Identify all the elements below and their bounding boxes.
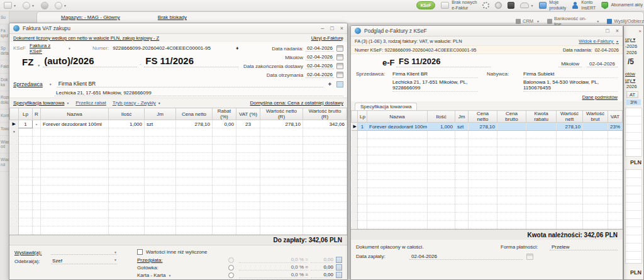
default-price-link[interactable]: Domyślna cena: Cena z ostatniej dostawy: [250, 100, 343, 106]
item-price-netto[interactable]: 278,10: [176, 120, 213, 128]
calculator-icon[interactable]: [336, 264, 342, 271]
date-field[interactable]: 02-04-2026: [306, 63, 334, 69]
mail-button[interactable]: ▼: [23, 2, 35, 9]
issued-by-label[interactable]: Wystawił(a):: [14, 250, 47, 255]
sidebar-module-item[interactable]: Dok ka: [0, 74, 9, 92]
other-values-checkbox[interactable]: [137, 249, 143, 255]
empty-table-row[interactable]: [10, 153, 347, 161]
item-value-brutto[interactable]: [583, 123, 608, 131]
item-rabat[interactable]: 0,00: [213, 120, 236, 128]
table-header-row[interactable]: Lp R Nazwa Ilość Jm Cena netto Rabat (%)…: [10, 108, 347, 120]
entities-link-fragment[interactable]: otów: [625, 71, 635, 77]
view-link-fragment[interactable]: ury ▾: [625, 77, 635, 83]
empty-table-row[interactable]: [10, 210, 347, 218]
cube-icon[interactable]: [508, 2, 514, 9]
tab-specyfikacja-towarowa[interactable]: Specyfikacja towarowa: [355, 103, 417, 110]
item-name[interactable]: Forever dezodorant 100ml: [41, 120, 109, 128]
calendar-icon[interactable]: [336, 45, 343, 52]
calendar-icon[interactable]: [336, 63, 343, 69]
column-header[interactable]: Nazwa: [367, 111, 428, 123]
source-number-field[interactable]: FS 11/2026: [144, 55, 238, 67]
prepayment-pct[interactable]: 0,0 % =: [239, 257, 308, 263]
doc-number-field[interactable]: (auto)/2026: [43, 55, 137, 67]
column-header[interactable]: R: [33, 108, 41, 120]
close-button[interactable]: ×: [616, 28, 619, 34]
item-row[interactable]: ▶ 1 ▪ Forever dezodorant 100ml 1,000 szt…: [10, 120, 347, 128]
recalc-rabat-link[interactable]: Przelicz rabat: [75, 100, 106, 106]
calendar-icon[interactable]: [336, 72, 343, 78]
empty-table-row[interactable]: [10, 218, 347, 227]
empty-table-row[interactable]: [10, 177, 347, 186]
calendar-icon[interactable]: [336, 54, 343, 60]
background-window[interactable]: × ury ▾ -2026 2026 /5 otów ury ▾ 2026 AT…: [623, 25, 644, 280]
column-header[interactable]: VAT: [608, 111, 623, 123]
empty-table-row[interactable]: [10, 227, 347, 235]
my-products-button[interactable]: Mojeprodukty: [539, 0, 566, 10]
globe-icon[interactable]: [495, 2, 502, 9]
calculator-icon[interactable]: [336, 272, 342, 278]
sidebar-module-item[interactable]: Wiad od: [0, 136, 9, 154]
maximize-button[interactable]: □: [330, 25, 333, 31]
item-value-netto[interactable]: 278,10: [260, 120, 303, 128]
row-detail-icon[interactable]: ▪: [33, 120, 41, 128]
card-amount[interactable]: 0,00: [311, 272, 333, 278]
close-button[interactable]: ×: [340, 25, 343, 31]
minimize-button[interactable]: –: [321, 25, 324, 31]
new-item-row[interactable]: *: [10, 128, 347, 137]
work-mode-link[interactable]: Tryb pracy - Zwykły: [113, 100, 156, 106]
empty-table-row[interactable]: [10, 137, 347, 145]
document-type-link[interactable]: Dokument liczony według cen netto w walu…: [13, 35, 159, 41]
card-pct[interactable]: 0,0 % =: [239, 272, 308, 278]
empty-table-row[interactable]: [10, 161, 347, 169]
cash-amount[interactable]: 0,00: [311, 264, 333, 271]
empty-table-row[interactable]: [352, 196, 623, 204]
column-header[interactable]: Cena netto: [469, 111, 497, 123]
sidebar-module-item[interactable]: Sp deta: [0, 42, 9, 60]
prepayment-label[interactable]: Przedpłata:: [137, 257, 228, 263]
send-document-button[interactable]: ▼: [4, 2, 16, 9]
column-header[interactable]: Ilość: [109, 108, 145, 120]
card-label[interactable]: Karta - Karta ▼: [137, 272, 228, 278]
no-new-einvoices-button[interactable]: Brak nowyche-Faktur: [441, 0, 477, 10]
empty-table-row[interactable]: [352, 188, 623, 196]
seller-name-field[interactable]: Firma Klient BR: [57, 81, 323, 87]
item-vat[interactable]: 23: [236, 120, 260, 128]
doc-type-selector[interactable]: FZ: [22, 57, 33, 67]
window-titlebar[interactable]: Faktura VAT zakupu – □ ×: [9, 23, 347, 34]
item-value-brutto[interactable]: 342,06: [303, 120, 347, 128]
sidebar-module-item[interactable]: Wiad rol: [0, 154, 9, 172]
ksef-badge[interactable]: KSeF: [416, 1, 436, 9]
empty-table-row[interactable]: [352, 164, 623, 172]
seller-selector[interactable]: Sprzedawca: [13, 81, 43, 87]
cash-radio[interactable]: [228, 265, 234, 271]
column-header[interactable]: Lp: [19, 108, 33, 120]
item-price-brutto[interactable]: [497, 123, 526, 131]
column-header[interactable]: Kwota rabatu: [526, 111, 557, 123]
card-radio[interactable]: [228, 272, 234, 278]
add-contractor-icon[interactable]: +: [328, 81, 331, 87]
column-header[interactable]: VAT (%): [236, 108, 260, 120]
column-header[interactable]: Ilość: [428, 111, 455, 123]
column-header[interactable]: Jm: [455, 111, 469, 123]
column-header[interactable]: Wartość nett: [557, 111, 583, 123]
empty-table-row[interactable]: [10, 202, 347, 210]
empty-table-row[interactable]: [10, 186, 347, 194]
hide-einvoice-link[interactable]: Ukryj e-Fakturę: [311, 35, 343, 41]
column-header[interactable]: Cena netto: [176, 108, 213, 120]
help-button[interactable]: ▼: [55, 2, 67, 9]
sidebar-module-item[interactable]: Kont: [0, 109, 9, 123]
item-vat[interactable]: 23%: [608, 123, 623, 131]
item-value-netto[interactable]: 278,10: [557, 123, 583, 131]
sidebar-module-item[interactable]: Su: [0, 11, 9, 25]
seller-address-field[interactable]: Lechicka 21, 17-651 Mikołów, 9228666099: [55, 90, 343, 96]
item-qty[interactable]: 1,000: [428, 123, 455, 131]
view-einvoice-link[interactable]: Widok e-Faktury ▼: [579, 38, 619, 44]
empty-table-row[interactable]: [352, 139, 623, 147]
empty-table-row[interactable]: [352, 172, 623, 180]
cloud-button[interactable]: ▼: [520, 3, 533, 8]
maximize-button[interactable]: □: [606, 28, 609, 34]
empty-table-row[interactable]: [352, 180, 623, 188]
received-by-dropdown[interactable]: Szef▼: [51, 258, 117, 264]
column-header[interactable]: Nazwa: [41, 108, 109, 120]
empty-table-row[interactable]: [10, 169, 347, 177]
